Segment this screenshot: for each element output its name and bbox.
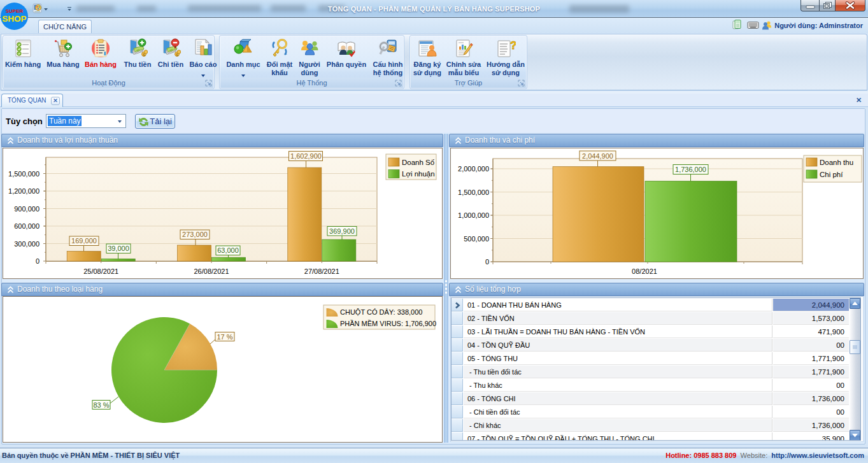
svg-text:300,000: 300,000 — [14, 240, 39, 248]
svg-text:1,500,000: 1,500,000 — [458, 189, 489, 196]
svg-text:273,000: 273,000 — [182, 231, 208, 238]
svg-text:39,000: 39,000 — [108, 245, 129, 252]
svg-text:169,000: 169,000 — [71, 237, 97, 245]
svg-text:25/08/2021: 25/08/2021 — [83, 267, 118, 275]
svg-text:369,900: 369,900 — [329, 227, 355, 235]
svg-text:1,200,000: 1,200,000 — [8, 187, 39, 195]
svg-text:0: 0 — [485, 258, 489, 266]
svg-text:1,000,000: 1,000,000 — [458, 211, 489, 219]
svg-text:08/2021: 08/2021 — [632, 267, 657, 275]
svg-text:1,602,900: 1,602,900 — [290, 152, 322, 160]
svg-text:1,736,000: 1,736,000 — [675, 166, 706, 173]
svg-text:26/08/2021: 26/08/2021 — [194, 267, 229, 275]
svg-text:17 %: 17 % — [217, 333, 232, 341]
svg-text:Lợi nhuận: Lợi nhuận — [402, 170, 435, 178]
svg-text:CHUỘT CÓ DÂY: 338,000: CHUỘT CÓ DÂY: 338,000 — [340, 308, 422, 316]
svg-text:27/08/2021: 27/08/2021 — [304, 267, 339, 275]
svg-text:Doanh Số: Doanh Số — [402, 159, 435, 166]
svg-text:Chi phí: Chi phí — [820, 171, 843, 178]
svg-text:PHẦN MỀM VIRUS: 1,706,900: PHẦN MỀM VIRUS: 1,706,900 — [340, 320, 436, 327]
svg-text:2,044,900: 2,044,900 — [582, 152, 613, 160]
svg-text:900,000: 900,000 — [14, 205, 39, 213]
svg-text:?: ? — [510, 39, 516, 52]
svg-text:500,000: 500,000 — [464, 235, 489, 243]
svg-text:600,000: 600,000 — [14, 222, 39, 230]
svg-text:63,000: 63,000 — [217, 246, 239, 254]
svg-text:2,000,000: 2,000,000 — [458, 165, 489, 173]
svg-text:0: 0 — [36, 257, 39, 265]
svg-text:1,500,000: 1,500,000 — [8, 170, 39, 178]
svg-text:83 %: 83 % — [93, 401, 109, 409]
svg-text:Doanh thu: Doanh thu — [820, 159, 853, 166]
